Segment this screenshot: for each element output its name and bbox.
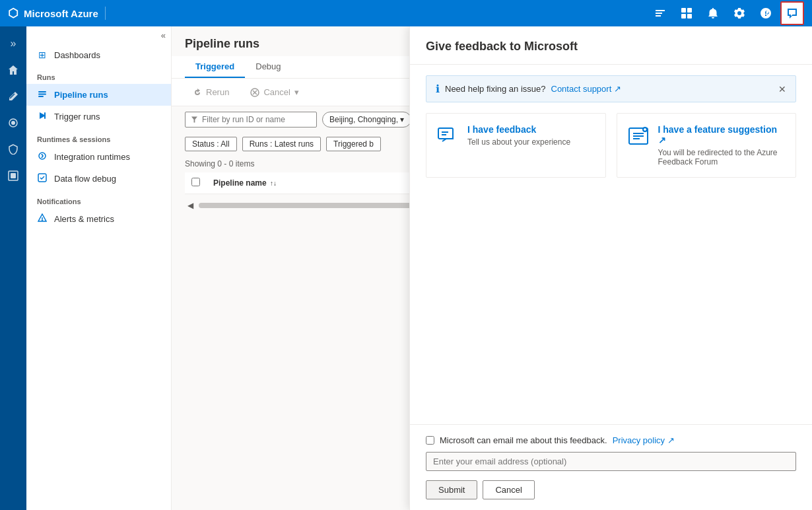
- location-chip-text: Beijing, Chongqing,: [329, 115, 398, 124]
- layout: » « ⊞ Dashboards Runs: [0, 26, 812, 510]
- runtimes-section-label: Runtimes & sessions: [26, 128, 171, 146]
- svg-rect-7: [11, 173, 16, 178]
- topbar-icons: [648, 1, 804, 25]
- triggered-by-label: Triggered b: [333, 139, 374, 149]
- brand: ⬡ Microsoft Azure: [8, 6, 98, 20]
- help-icon[interactable]: [754, 1, 778, 25]
- sidebar-item-trigger-runs[interactable]: Trigger runs: [26, 106, 171, 128]
- cancel-button[interactable]: Cancel ▾: [242, 84, 306, 100]
- scroll-left-btn[interactable]: ◀: [185, 200, 196, 211]
- bell-icon[interactable]: [701, 1, 725, 25]
- tab-debug[interactable]: Debug: [245, 56, 291, 78]
- svg-rect-11: [44, 112, 46, 119]
- svg-rect-1: [687, 8, 692, 13]
- status-filter[interactable]: Status : All: [185, 137, 237, 151]
- svg-point-5: [11, 121, 15, 125]
- feedback-card-feature[interactable]: I have a feature suggestion ↗ You will b…: [617, 113, 797, 178]
- topbar: ⬡ Microsoft Azure: [0, 0, 812, 26]
- feedback-footer: Microsoft can email me about this feedba…: [410, 424, 812, 510]
- cloud-shell-icon[interactable]: [648, 1, 672, 25]
- contact-support-link[interactable]: Contact support ↗: [551, 84, 621, 94]
- sidebar-item-data-flow-debug[interactable]: Data flow debug: [26, 168, 171, 190]
- svg-rect-2: [681, 14, 686, 18]
- create-nav-icon[interactable]: [1, 85, 25, 108]
- email-consent-checkbox[interactable]: [426, 436, 434, 445]
- feedback-card-feature-content: I have a feature suggestion ↗ You will b…: [658, 124, 786, 166]
- status-value: All: [220, 139, 229, 149]
- svg-point-15: [42, 220, 43, 221]
- feedback-card-feature-icon: [628, 126, 649, 151]
- feedback-info-text: Need help fixing an issue?: [445, 84, 546, 94]
- feedback-header: Give feedback to Microsoft: [410, 26, 812, 65]
- cancel-dropdown-icon: ▾: [294, 87, 299, 97]
- svg-rect-0: [681, 8, 686, 13]
- svg-marker-19: [191, 116, 197, 122]
- contact-support-ext-icon: ↗: [614, 84, 621, 94]
- pipeline-name-header: Pipeline name: [213, 178, 267, 188]
- brand-name: Microsoft Azure: [24, 8, 98, 19]
- location-chip-icon: ▾: [400, 115, 404, 124]
- select-all-checkbox[interactable]: [191, 178, 200, 186]
- integration-runtimes-icon: [37, 151, 48, 163]
- data-flow-debug-label: Data flow debug: [54, 174, 116, 184]
- pipeline-name-sort-icon: ↑↓: [270, 180, 277, 187]
- brand-logo: ⬡: [8, 6, 18, 20]
- feedback-card-feedback[interactable]: I have feedback Tell us about your exper…: [426, 113, 606, 178]
- feedback-card-feedback-icon: [437, 126, 458, 151]
- sidebar-item-integration-runtimes[interactable]: Integration runtimes: [26, 146, 171, 168]
- directory-icon[interactable]: [675, 1, 698, 25]
- sidebar-item-alerts-metrics[interactable]: Alerts & metrics: [26, 208, 171, 230]
- alerts-metrics-icon: [37, 213, 48, 225]
- data-nav-icon[interactable]: [1, 137, 25, 161]
- settings-icon[interactable]: [727, 1, 751, 25]
- runs-value: Latest runs: [275, 139, 314, 149]
- info-icon: ℹ: [436, 83, 440, 95]
- deploy-nav-icon[interactable]: [1, 164, 25, 188]
- select-all-col: [185, 172, 207, 194]
- status-label: Status :: [192, 139, 220, 149]
- feedback-cards: I have feedback Tell us about your exper…: [410, 113, 812, 188]
- svg-rect-9: [38, 94, 46, 95]
- svg-rect-3: [687, 14, 692, 18]
- trigger-runs-label: Trigger runs: [54, 112, 100, 122]
- runs-filter[interactable]: Runs : Latest runs: [242, 137, 321, 151]
- expand-icon[interactable]: »: [1, 32, 25, 55]
- email-consent-text: Microsoft can email me about this feedba…: [440, 435, 607, 445]
- feedback-title: Give feedback to Microsoft: [426, 40, 796, 54]
- svg-rect-20: [438, 128, 453, 139]
- svg-rect-8: [38, 91, 46, 92]
- cancel-feedback-button[interactable]: Cancel: [483, 480, 534, 499]
- nav-sidebar: « ⊞ Dashboards Runs Pipeline runs Trigge…: [26, 26, 172, 510]
- notifications-section-label: Notifications: [26, 190, 171, 208]
- monitor-nav-icon[interactable]: [1, 111, 25, 135]
- rerun-button[interactable]: Rerun: [185, 84, 237, 100]
- integration-runtimes-label: Integration runtimes: [54, 152, 130, 162]
- email-input[interactable]: [426, 452, 796, 471]
- feedback-card-feature-desc: You will be redirected to the Azure Feed…: [658, 148, 786, 166]
- footer-actions: Submit Cancel: [426, 480, 796, 499]
- feedback-card-feedback-content: I have feedback Tell us about your exper…: [467, 124, 570, 147]
- filter-input[interactable]: [202, 115, 311, 124]
- home-nav-icon[interactable]: [1, 58, 25, 82]
- triggered-by-filter[interactable]: Triggered b: [326, 137, 381, 151]
- dashboards-label: Dashboards: [54, 50, 100, 60]
- sidebar-item-dashboards[interactable]: ⊞ Dashboards: [26, 44, 171, 65]
- location-chip[interactable]: Beijing, Chongqing, ▾: [322, 112, 411, 128]
- trigger-runs-icon: [37, 111, 48, 122]
- feedback-icon-btn[interactable]: [780, 1, 804, 25]
- contact-support-label: Contact support: [551, 84, 612, 94]
- close-info-btn[interactable]: ✕: [778, 84, 786, 94]
- feedback-panel: Give feedback to Microsoft ℹ Need help f…: [409, 26, 812, 510]
- tab-triggered[interactable]: Triggered: [185, 56, 245, 78]
- sidebar-collapse-btn[interactable]: «: [26, 26, 171, 44]
- feedback-card-feedback-title: I have feedback: [467, 124, 570, 135]
- runs-label: Runs :: [250, 139, 275, 149]
- icon-sidebar: »: [0, 26, 26, 510]
- privacy-policy-link[interactable]: Privacy policy ↗: [613, 435, 675, 445]
- filter-icon: [191, 116, 198, 124]
- email-consent-row: Microsoft can email me about this feedba…: [426, 435, 796, 445]
- rerun-label: Rerun: [206, 87, 229, 97]
- sidebar-item-pipeline-runs[interactable]: Pipeline runs: [26, 84, 171, 106]
- submit-button[interactable]: Submit: [426, 480, 477, 499]
- privacy-policy-label: Privacy policy: [613, 435, 665, 445]
